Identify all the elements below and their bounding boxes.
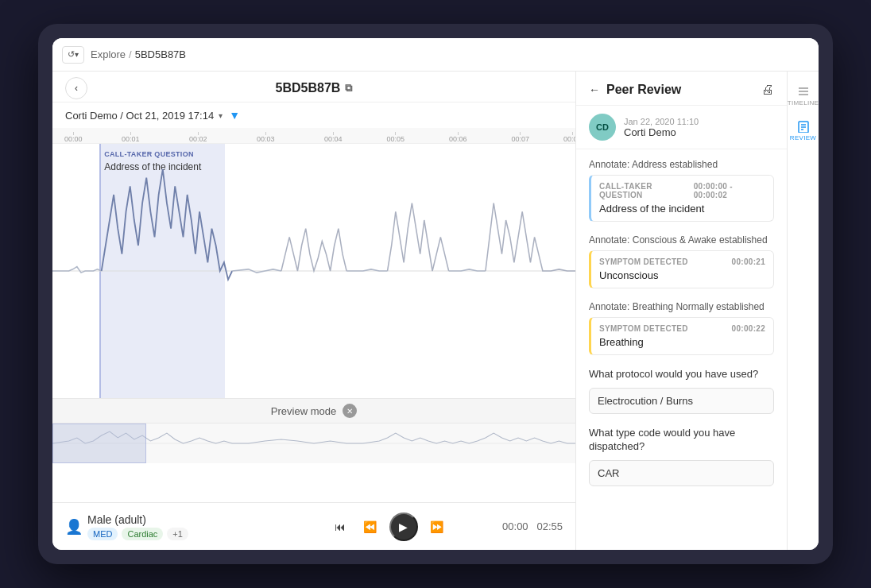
review-header-left: ← Peer Review [589, 83, 681, 97]
filter-icon[interactable]: ▼ [229, 109, 240, 122]
review-content: Annotate: Address established CALL-TAKER… [576, 149, 787, 550]
rewind-button[interactable]: ⏪ [359, 516, 381, 538]
waveform-mini[interactable] [52, 424, 575, 463]
transport-controls: ⏮ ⏪ ▶ ⏩ [284, 513, 493, 541]
dropdown-arrow-icon: ▾ [219, 111, 223, 120]
preview-close-button[interactable]: ✕ [343, 404, 357, 418]
right-sidebar: TIMELINE REVIEW [787, 72, 819, 550]
waveform-svg [52, 144, 575, 398]
session-selector: Corti Demo / Oct 21, 2019 17:14 ▾ ▼ [52, 103, 575, 128]
annotation-section-3: Annotate: Breathing Normally established… [589, 301, 774, 355]
play-pause-button[interactable]: ▶ [389, 513, 418, 541]
question-answer-2[interactable] [589, 460, 774, 486]
card-meta-3: SYMPTOM DETECTED 00:00:22 [599, 324, 765, 333]
ruler-mark-3: 00:03 [257, 132, 275, 143]
ruler-mark-6: 00:06 [449, 132, 467, 143]
reviewer-date: Jan 22, 2020 11:10 [624, 117, 699, 126]
mini-viewport [52, 424, 146, 463]
preview-mode-label: Preview mode [271, 405, 336, 417]
annotation-section-1: Annotate: Address established CALL-TAKER… [589, 159, 774, 222]
card-value-1: Address of the incident [599, 203, 765, 215]
nav-bar: ↺ ▾ Explore / 5BD5B87B [52, 38, 819, 72]
ruler-mark-7: 00:07 [512, 132, 530, 143]
forward-button[interactable]: ⏩ [426, 516, 448, 538]
audio-header: ‹ 5BD5B87B ⧉ [52, 72, 575, 103]
nav-back-button[interactable]: ↺ ▾ [62, 46, 84, 64]
annotation-card-1: CALL-TAKER QUESTION 00:00:00 - 00:00:02 … [589, 175, 774, 222]
review-back-button[interactable]: ← [589, 83, 600, 96]
session-label: Corti Demo / Oct 21, 2019 17:14 [65, 110, 214, 122]
breadcrumb-explore[interactable]: Explore [91, 48, 126, 60]
timeline-label: TIMELINE [788, 99, 819, 106]
ruler-mark-1: 00:01 [122, 132, 140, 143]
annotation-card-2: SYMPTOM DETECTED 00:00:21 Unconscious [589, 250, 774, 288]
ruler-mark-0: 00:00 [64, 132, 83, 143]
review-icon [797, 120, 810, 133]
waveform-container: 00:00 00:01 00:02 00:03 00:04 00:05 00:0… [52, 128, 575, 502]
review-header: ← Peer Review 🖨 [576, 72, 787, 106]
question-section-1: What protocol would you have used? [589, 368, 774, 414]
ruler-mark-5: 00:05 [387, 132, 405, 143]
question-label-2: What type code would you have dispatched… [589, 427, 774, 454]
timeline-icon [797, 85, 810, 98]
time-display: 00:00 02:55 [502, 520, 563, 532]
ruler-mark-4: 00:04 [324, 132, 343, 143]
ruler-mark-2: 00:02 [189, 132, 207, 143]
tag-med: MED [87, 528, 118, 540]
main-content: ‹ 5BD5B87B ⧉ Corti Demo / Oct 21, 2019 1… [52, 72, 819, 550]
caller-details: Male (adult) MED Cardiac +1 [87, 513, 188, 540]
review-title: Peer Review [606, 83, 681, 97]
question-section-2: What type code would you have dispatched… [589, 427, 774, 486]
annotation-label-1: Annotate: Address established [589, 159, 774, 170]
time-current: 00:00 [502, 520, 528, 532]
card-time-1: 00:00:00 - 00:00:02 [694, 182, 765, 199]
tag-cardiac: Cardiac [122, 528, 163, 540]
card-meta-1: CALL-TAKER QUESTION 00:00:00 - 00:00:02 [599, 182, 765, 199]
card-value-2: Unconscious [599, 269, 765, 281]
print-icon[interactable]: 🖨 [761, 83, 774, 97]
card-category-2: SYMPTOM DETECTED [599, 257, 688, 266]
timeline-sidebar-button[interactable]: TIMELINE [789, 81, 818, 110]
session-dropdown[interactable]: Corti Demo / Oct 21, 2019 17:14 ▾ [65, 110, 223, 122]
card-category-1: CALL-TAKER QUESTION [599, 182, 694, 199]
annotation-label-2: Annotate: Conscious & Awake established [589, 234, 774, 246]
breadcrumb-call-id: 5BD5B87B [135, 48, 186, 60]
review-sidebar-button[interactable]: REVIEW [789, 116, 818, 145]
breadcrumb: Explore / 5BD5B87B [91, 48, 186, 60]
caller-tags: MED Cardiac +1 [87, 528, 188, 540]
app-window: ↺ ▾ Explore / 5BD5B87B ‹ 5BD5B87B ⧉ [52, 38, 819, 550]
reviewer-details: Jan 22, 2020 11:10 Corti Demo [624, 117, 699, 138]
ruler-mark-8: 00:08 [563, 132, 575, 143]
call-id-display: 5BD5B87B ⧉ [276, 81, 353, 95]
annotation-card-3: SYMPTOM DETECTED 00:00:22 Breathing [589, 317, 774, 355]
reviewer-info: CD Jan 22, 2020 11:10 Corti Demo [576, 106, 787, 149]
reviewer-avatar: CD [589, 114, 616, 141]
card-category-3: SYMPTOM DETECTED [599, 324, 688, 333]
audio-panel: ‹ 5BD5B87B ⧉ Corti Demo / Oct 21, 2019 1… [52, 72, 576, 550]
copy-icon[interactable]: ⧉ [345, 82, 352, 95]
reviewer-name: Corti Demo [624, 126, 699, 138]
annotation-label-3: Annotate: Breathing Normally established [589, 301, 774, 312]
timeline-ruler: 00:00 00:01 00:02 00:03 00:04 00:05 00:0… [52, 128, 575, 144]
review-label: REVIEW [790, 134, 816, 141]
nav-chevron-icon: ▾ [75, 50, 79, 59]
device-shell: ↺ ▾ Explore / 5BD5B87B ‹ 5BD5B87B ⧉ [38, 24, 833, 564]
caller-icon: 👤 [65, 518, 83, 536]
time-total: 02:55 [536, 520, 563, 532]
card-time-2: 00:00:21 [732, 257, 765, 266]
annotation-section-2: Annotate: Conscious & Awake established … [589, 234, 774, 288]
card-value-3: Breathing [599, 336, 765, 348]
skip-back-button[interactable]: ⏮ [329, 516, 351, 538]
waveform-main[interactable]: CALL-TAKER QUESTION Address of the incid… [52, 144, 575, 398]
question-label-1: What protocol would you have used? [589, 368, 774, 381]
audio-back-button[interactable]: ‹ [65, 77, 87, 99]
card-meta-2: SYMPTOM DETECTED 00:00:21 [599, 257, 765, 266]
caller-name: Male (adult) [87, 513, 188, 526]
card-time-3: 00:00:22 [732, 324, 765, 333]
caller-info: 👤 Male (adult) MED Cardiac +1 [65, 513, 274, 540]
question-answer-1[interactable] [589, 388, 774, 414]
tag-more: +1 [167, 528, 188, 540]
peer-review-panel: ← Peer Review 🖨 CD Jan 22, 2020 11:10 Co… [576, 72, 787, 550]
nav-back-arrow: ↺ [68, 49, 75, 60]
ruler-marks: 00:00 00:01 00:02 00:03 00:04 00:05 00:0… [54, 128, 574, 143]
